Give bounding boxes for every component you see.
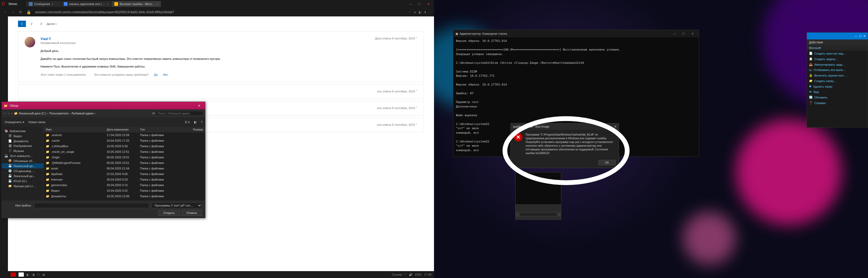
minimize-icon[interactable]: ― — [670, 32, 679, 35]
action-item[interactable]: 📁Создать папку… — [807, 78, 868, 84]
scrollbar[interactable]: ‹ › — [516, 212, 561, 217]
close-icon[interactable]: ✕ — [425, 1, 432, 7]
tree-item[interactable]: 💾Ютуб (G:) — [2, 179, 43, 183]
taskbar-item[interactable]: ☐ — [37, 273, 40, 276]
action-item[interactable]: 📥Импортировать зада… — [807, 62, 868, 67]
ext-icon[interactable]: ◧ — [418, 10, 421, 14]
taskview-thumbnail[interactable]: ‹ › — [515, 172, 561, 220]
newfolder-button[interactable]: Новая папка — [29, 121, 45, 124]
minimize-icon[interactable]: ― — [855, 34, 858, 38]
tree-item[interactable]: 🎵Музыка — [2, 148, 43, 153]
action-item[interactable]: 📄Создать простую зад… — [807, 51, 868, 56]
vpn-icon[interactable]: ♡ — [409, 10, 411, 14]
help-icon[interactable]: ? — [201, 121, 203, 124]
page-link[interactable]: 1 — [18, 21, 26, 27]
action-item[interactable]: 🔄Обновить — [807, 94, 868, 100]
easy-icon[interactable]: ⋯ — [429, 10, 432, 14]
close-icon[interactable]: × — [107, 2, 108, 5]
taskbar-item[interactable] — [19, 272, 24, 277]
browser-tab[interactable]: скачать appmodule.exe | …× — [61, 1, 112, 7]
organize-button[interactable]: Упорядочить ▾ — [4, 121, 24, 124]
folder-tree[interactable]: 📚Библиотеки🎬Видео📄Документы🖼Изображения🎵… — [2, 127, 44, 200]
menu-button[interactable]: Меню — [6, 1, 19, 7]
next-link[interactable]: Далее › — [46, 22, 57, 25]
filename-input[interactable] — [34, 203, 149, 208]
taskbar[interactable]: ◧ ◨ ☐ ▤ Ссылки ^ 🔊 ENG 17:48 — [8, 271, 434, 278]
tree-item[interactable]: 💾Локальный ди… — [2, 163, 43, 168]
list-item[interactable]: 📁.android17.04.2020 15:59Папка с файлами — [44, 132, 205, 138]
action-item[interactable]: 🔓Включить журнал все… — [807, 72, 868, 78]
search-input[interactable] — [156, 111, 204, 116]
list-item[interactable]: 📁freeroam30.04.2020 0:20Папка с файлами — [44, 177, 205, 182]
action-item[interactable]: ❓Справка — [807, 100, 868, 106]
close-icon[interactable]: ✕ — [863, 34, 866, 38]
scroll-left-icon[interactable]: ‹ — [516, 213, 520, 216]
tree-item[interactable]: 💿CD-дисковод … — [2, 168, 43, 174]
page-link[interactable]: 3 — [37, 21, 45, 27]
tree-item[interactable]: 📄Документы — [2, 138, 43, 144]
tray-icon[interactable]: ^ — [405, 273, 406, 276]
back-icon[interactable]: ← — [2, 10, 8, 14]
list-item[interactable]: 📁Документы10.05.2020 13:08Папка с файлам… — [44, 193, 205, 199]
vk-icon[interactable]: w — [414, 10, 416, 14]
no-link[interactable]: Нет — [163, 73, 168, 76]
maximize-icon[interactable]: ☐ — [415, 1, 424, 7]
dialog-titlebar[interactable]: appModule.exe - Bad Image ✕ — [511, 123, 619, 130]
close-icon[interactable]: ✕ — [688, 32, 697, 35]
taskbar-item[interactable] — [10, 272, 16, 277]
close-icon[interactable]: ✕ — [614, 125, 617, 128]
taskbar-item[interactable]: ▤ — [42, 273, 45, 276]
preview-icon[interactable]: ◧ — [194, 121, 197, 124]
refresh-icon[interactable]: ⟳ — [152, 112, 155, 115]
open-button[interactable]: Открыть — [158, 210, 180, 216]
browser-tab[interactable]: Сообщения× — [26, 1, 61, 7]
action-item[interactable]: 🗂Отображать все выпо… — [807, 67, 868, 72]
tree-item[interactable]: 📦Объемные об… — [2, 158, 43, 163]
reload-icon[interactable]: ⟳ — [18, 10, 23, 14]
back-icon[interactable]: ← — [3, 112, 6, 115]
up-icon[interactable]: ↑ — [11, 112, 13, 115]
tree-item[interactable]: 🎬Видео — [2, 133, 43, 138]
tree-item[interactable]: 🖼Изображения — [2, 144, 43, 148]
clock[interactable]: 17:48 — [424, 273, 431, 276]
window-thumbnail[interactable] — [516, 173, 561, 204]
list-item[interactable]: 📁Видео19.04.2020 3:32Папка с файлами — [44, 188, 205, 193]
browser-tab[interactable]: Вылазит ошибка - Micro…× — [112, 1, 161, 7]
list-item[interactable]: 📁.Origin09.05.2020 19:51Папка с файлами — [44, 155, 205, 160]
cancel-button[interactable]: Отмена — [182, 210, 202, 216]
window-titlebar[interactable]: ―☐✕ — [807, 33, 868, 39]
view-icon[interactable]: ☰ ▾ — [185, 121, 190, 124]
minimize-icon[interactable]: ― — [406, 1, 414, 7]
tree-item[interactable]: 💾Локальный ди… — [2, 174, 43, 179]
list-item[interactable]: 📁.cache16.04.2020 17:25Папка с файлами — [44, 138, 205, 144]
taskbar-item[interactable]: ◧ — [27, 273, 29, 276]
list-item[interactable]: 📁.oracle_jre_usage10.05.2020 12:51Папка … — [44, 149, 205, 155]
dialog-titlebar[interactable]: 📂 Обзор ✕ — [2, 102, 205, 109]
breadcrumb[interactable]: Локальный диск (C:)› Пользователи› Любим… — [19, 112, 152, 115]
taskbar-item[interactable]: ◨ — [32, 273, 34, 276]
ok-button[interactable]: ОК — [598, 160, 616, 165]
links-label[interactable]: Ссылки — [392, 273, 402, 276]
tree-item[interactable]: 💻Этот компьюте… — [2, 153, 43, 158]
maximize-icon[interactable]: ☐ — [859, 34, 862, 38]
list-item[interactable]: 📁.QtWebEngineProcess09.05.2020 19:51Папк… — [44, 160, 205, 166]
action-item[interactable]: 📋Создать задачу… — [807, 56, 868, 62]
forward-icon[interactable]: → — [7, 112, 10, 115]
page-link[interactable]: 2 — [28, 21, 35, 27]
yes-link[interactable]: Да — [154, 73, 158, 76]
window-titlebar[interactable]: ▣ Администратор: Командная строка ―☐✕ — [453, 30, 699, 37]
list-item[interactable]: 📁.LdVirtualBox10.05.2020 0:36Папка с фай… — [44, 144, 205, 149]
lang-indicator[interactable]: ENG — [415, 273, 422, 276]
tree-item[interactable]: 📁Ярлыки раб.ст… — [2, 183, 43, 188]
download-icon[interactable]: ⬇ — [424, 10, 426, 14]
maximize-icon[interactable]: ☐ — [679, 32, 688, 35]
filter-select[interactable]: Программы (*.exe*.pif*.con… — [152, 203, 202, 208]
close-icon[interactable]: ✕ — [195, 104, 203, 107]
author-name[interactable]: Vlad-T — [40, 37, 417, 41]
action-item[interactable]: ✖Удалить папку — [807, 84, 868, 89]
close-icon[interactable]: × — [157, 2, 158, 5]
scroll-right-icon[interactable]: › — [557, 213, 561, 216]
tray-icon[interactable]: 🔊 — [409, 273, 412, 276]
list-item[interactable]: 📁ansel06.04.2020 21:54Папка с файлами — [44, 166, 205, 171]
list-header[interactable]: Имя Дата изменения Тип Размер — [44, 127, 205, 132]
